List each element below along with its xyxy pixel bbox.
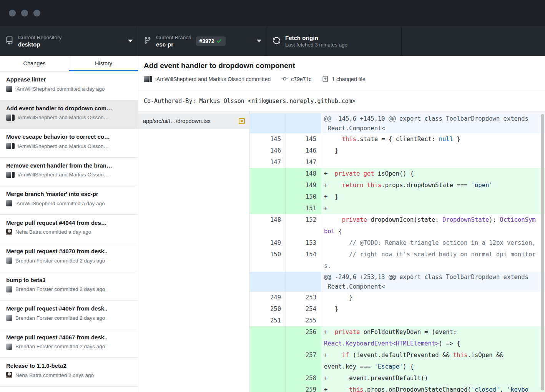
file-path: app/src/ui/t…/dropdown.tsx (143, 118, 211, 124)
diff-code-line (321, 156, 545, 168)
fetch-origin-button[interactable]: Fetch origin Last fetched 3 minutes ago (267, 26, 402, 56)
new-line-number: 253 (286, 292, 321, 303)
diff-code-line: // @TODO: Remake triangle octicon in a 1… (321, 237, 545, 249)
commit-item-byline: Brendan Forster committed 2 days ago (15, 344, 105, 349)
avatar (6, 315, 12, 321)
diff-code-line: @@ -145,6 +145,10 @@ export class Toolba… (321, 113, 545, 133)
changed-files-list: app/src/ui/t…/dropdown.tsx (138, 111, 250, 392)
commit-item-title: Move escape behavior to correct co… (6, 133, 132, 140)
chevron-down-icon (128, 40, 133, 42)
diff-row[interactable]: 256+ private onFoldoutKeyDown = (event: … (250, 326, 545, 349)
diff-row[interactable]: 259+ this.props.onDropdownStateChanged('… (250, 384, 545, 392)
fetch-subtitle: Last fetched 3 minutes ago (285, 42, 347, 48)
branch-label: Current Branch (156, 35, 191, 40)
old-line-number: 250 (250, 303, 286, 315)
commit-list-item[interactable]: Merge pull request #4070 from desk..Bren… (0, 243, 138, 272)
diff-row[interactable]: 148+ private get isOpen() { (250, 168, 545, 179)
diff-row[interactable]: 250254 } (250, 303, 545, 315)
branch-picker-button[interactable]: Current Branch esc-pr #3972 (138, 26, 267, 56)
diff-row[interactable]: 146146 } (250, 145, 545, 156)
commit-list-item[interactable]: Move escape behavior to correct co…iAmWi… (0, 129, 138, 158)
old-line-number: 149 (250, 237, 286, 249)
commit-item-byline: Neha Batra committed a day ago (15, 229, 91, 235)
diff-row[interactable]: 147147 (250, 156, 545, 168)
file-list-item[interactable]: app/src/ui/t…/dropdown.tsx (138, 113, 249, 129)
diff-row[interactable]: 249253 } (250, 292, 545, 303)
window-close-button[interactable] (9, 10, 16, 17)
old-line-number: 150 (250, 249, 286, 272)
commit-list-item[interactable]: bump to beta3Brendan Forster committed 2… (0, 272, 138, 301)
commit-item-title: Merge pull request #4067 from desk.. (6, 334, 132, 341)
old-line-number (250, 191, 286, 203)
sync-icon (272, 37, 281, 46)
diff-row[interactable]: @@ -145,6 +145,10 @@ export class Toolba… (250, 113, 545, 133)
diff-row[interactable]: 150154 // right now it's scaled badly on… (250, 249, 545, 272)
commit-list-item[interactable]: Merge pull request #4057 from desk..Bren… (0, 301, 138, 329)
diff-scrollbar[interactable] (541, 114, 544, 390)
repository-picker-button[interactable]: Current Repository desktop (0, 26, 138, 56)
commit-list-item[interactable]: Appease linteriAmWillShepherd committed … (0, 71, 138, 100)
new-line-number: 148 (286, 168, 321, 179)
new-line-number: 150 (286, 191, 321, 203)
commit-item-title: Add event handler to dropdown com… (6, 105, 132, 111)
git-branch-icon (144, 37, 151, 45)
avatar (6, 172, 12, 178)
commit-item-byline: Brendan Forster committed 2 days ago (15, 286, 105, 292)
titlebar (0, 0, 545, 26)
pr-number-badge[interactable]: #3972 (196, 37, 226, 46)
old-line-number: 251 (250, 315, 286, 326)
git-commit-icon (281, 76, 288, 82)
diff-row[interactable]: 149153 // @TODO: Remake triangle octicon… (250, 237, 545, 249)
fetch-title: Fetch origin (285, 35, 347, 41)
window-minimize-button[interactable] (21, 10, 28, 17)
diff-row[interactable]: @@ -249,6 +253,13 @@ export class Toolba… (250, 272, 545, 292)
commit-sha[interactable]: c79e71c (291, 76, 311, 82)
app-window: Current Repository desktop Current Branc… (0, 0, 545, 392)
repository-name: desktop (18, 41, 61, 48)
commit-list-item[interactable]: Merge branch 'master' into esc-priAmWill… (0, 186, 138, 215)
commit-list-item[interactable]: Merge pull request #4067 from desk..Bren… (0, 329, 138, 358)
avatar (6, 200, 12, 206)
new-line-number: 151 (286, 203, 321, 214)
commit-item-title: Merge pull request #4070 from desk.. (6, 248, 132, 254)
old-line-number (250, 384, 286, 392)
diff-row[interactable]: 251255 (250, 315, 545, 326)
commit-item-byline: iAmWillShepherd and Markus Olsson… (18, 172, 109, 178)
window-controls (9, 10, 40, 17)
diff-row[interactable]: 150+ } (250, 191, 545, 203)
view-tabs: Changes History (0, 56, 138, 71)
sidebar: Changes History Appease linteriAmWillShe… (0, 56, 138, 392)
diff-row[interactable]: 145145 this.state = { clientRect: null } (250, 133, 545, 145)
diff-code-line (321, 315, 545, 326)
diff-row[interactable]: 149+ return this.props.dropdownState ===… (250, 179, 545, 191)
diff-code-line: } (321, 145, 545, 156)
commit-list-item[interactable]: Release to 1.1.0-beta2Neha Batra committ… (0, 358, 138, 387)
commit-item-title: bump to beta3 (6, 277, 132, 283)
commit-item-title: Merge branch 'master' into esc-pr (6, 191, 132, 197)
old-line-number (250, 179, 286, 191)
new-line-number: 257 (286, 349, 321, 372)
window-zoom-button[interactable] (33, 10, 40, 17)
diff-row[interactable]: 148152 private dropdownIcon(state: Dropd… (250, 214, 545, 237)
commit-list-item[interactable]: Merge pull request #4044 from des…Neha B… (0, 215, 138, 244)
tab-changes[interactable]: Changes (0, 56, 69, 71)
diff-row[interactable]: 151+ (250, 203, 545, 214)
commit-item-byline: Brendan Forster committed 2 days ago (15, 258, 105, 264)
avatar (144, 76, 150, 82)
branch-name: esc-pr (156, 41, 191, 48)
tab-history[interactable]: History (69, 56, 138, 71)
commit-list-item[interactable]: Add event handler to dropdown com…iAmWil… (0, 100, 138, 129)
commit-list-item[interactable]: Merge pull request #4050 from des… (0, 387, 138, 392)
repo-icon (5, 37, 13, 46)
avatar (6, 143, 12, 149)
old-line-number: 147 (250, 156, 286, 168)
diff-code-line: + private get isOpen() { (321, 168, 545, 179)
diff-row[interactable]: 257+ if (!event.defaultPrevented && this… (250, 349, 545, 372)
chevron-down-icon (257, 40, 261, 42)
commit-list-item[interactable]: Remove event handler from the bran…iAmWi… (0, 158, 138, 186)
commit-history-list: Appease linteriAmWillShepherd committed … (0, 71, 138, 392)
diff-row[interactable]: 258+ event.preventDefault() (250, 372, 545, 384)
diff-code-line: + event.preventDefault() (321, 372, 545, 384)
diff-code-line: + if (!event.defaultPrevented && this.is… (321, 349, 545, 372)
old-line-number: 145 (250, 133, 286, 145)
